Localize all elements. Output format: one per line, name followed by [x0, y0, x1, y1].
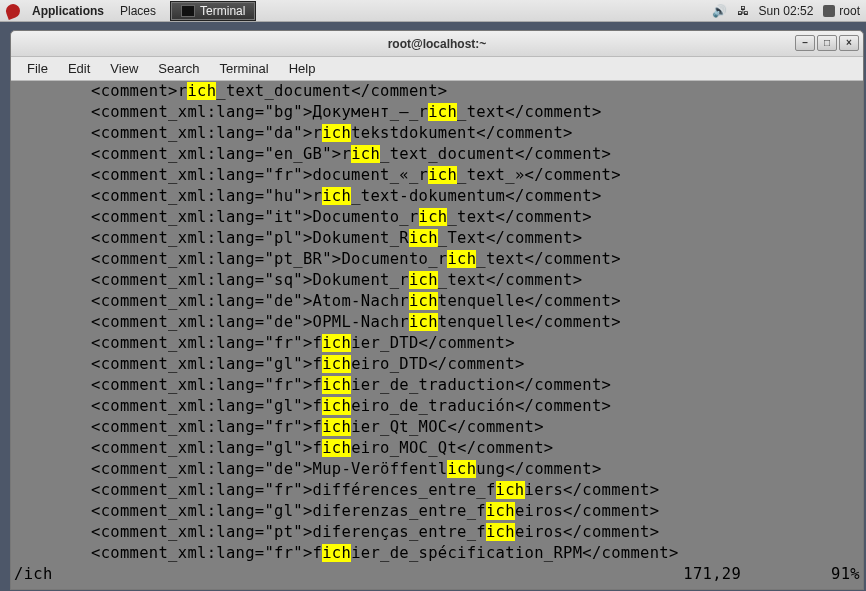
terminal-line: <comment_xml:lang="gl">ficheiro_de_tradu… — [14, 396, 860, 417]
search-highlight: ich — [409, 271, 438, 289]
menu-terminal[interactable]: Terminal — [210, 61, 279, 76]
window-maximize-button[interactable]: □ — [817, 35, 837, 51]
search-highlight: ich — [496, 481, 525, 499]
menu-edit[interactable]: Edit — [58, 61, 100, 76]
terminal-icon — [181, 5, 195, 17]
terminal-line: <comment_xml:lang="gl">diferenzas_entre_… — [14, 501, 860, 522]
terminal-line: <comment_xml:lang="de">OPML-Nachrichtenq… — [14, 312, 860, 333]
menubar: File Edit View Search Terminal Help — [11, 57, 863, 81]
taskbar-terminal-label: Terminal — [200, 4, 245, 18]
applications-menu[interactable]: Applications — [24, 4, 112, 18]
system-tray: Sun 02:52 root — [712, 4, 860, 18]
search-highlight: ich — [322, 544, 351, 562]
search-highlight: ich — [322, 124, 351, 142]
search-highlight: ich — [322, 187, 351, 205]
terminal-line: <comment_xml:lang="hu">rich_text-dokumen… — [14, 186, 860, 207]
terminal-line: <comment_xml:lang="it">Documento_rich_te… — [14, 207, 860, 228]
terminal-line: <comment_xml:lang="fr">fichier_de_traduc… — [14, 375, 860, 396]
terminal-line: <comment_xml:lang="bg">Документ_—_rich_t… — [14, 102, 860, 123]
search-highlight: ich — [409, 229, 438, 247]
terminal-line: <comment_xml:lang="fr">différences_entre… — [14, 480, 860, 501]
scroll-percent: 91% — [831, 564, 860, 585]
vim-status-line: /ich171,2991% — [14, 564, 860, 585]
network-icon[interactable] — [737, 4, 749, 18]
search-highlight: ich — [428, 166, 457, 184]
window-titlebar[interactable]: root@localhost:~ – □ × — [11, 31, 863, 57]
taskbar-terminal[interactable]: Terminal — [170, 1, 256, 21]
terminal-line: <comment_xml:lang="de">Mup-Veröffentlich… — [14, 459, 860, 480]
volume-icon[interactable] — [712, 4, 727, 18]
search-highlight: ich — [322, 439, 351, 457]
terminal-line: <comment_xml:lang="fr">fichier_Qt_MOC</c… — [14, 417, 860, 438]
menu-help[interactable]: Help — [279, 61, 326, 76]
search-highlight: ich — [419, 208, 448, 226]
menu-search[interactable]: Search — [148, 61, 209, 76]
clock[interactable]: Sun 02:52 — [759, 4, 814, 18]
search-highlight: ich — [322, 376, 351, 394]
search-highlight: ich — [322, 418, 351, 436]
menu-view[interactable]: View — [100, 61, 148, 76]
terminal-viewport[interactable]: <comment>rich_text_document</comment> <c… — [11, 81, 863, 589]
search-highlight: ich — [428, 103, 457, 121]
user-menu[interactable]: root — [823, 4, 860, 18]
user-label: root — [839, 4, 860, 18]
search-highlight: ich — [322, 355, 351, 373]
terminal-window: root@localhost:~ – □ × File Edit View Se… — [10, 30, 864, 590]
terminal-line: <comment_xml:lang="de">Atom-Nachrichtenq… — [14, 291, 860, 312]
search-highlight: ich — [187, 82, 216, 100]
terminal-line: <comment_xml:lang="pt_BR">Documento_rich… — [14, 249, 860, 270]
search-highlight: ich — [409, 313, 438, 331]
window-minimize-button[interactable]: – — [795, 35, 815, 51]
terminal-line: <comment_xml:lang="pt">diferenças_entre_… — [14, 522, 860, 543]
places-menu[interactable]: Places — [112, 4, 164, 18]
search-highlight: ich — [322, 397, 351, 415]
search-highlight: ich — [351, 145, 380, 163]
search-highlight: ich — [486, 523, 515, 541]
terminal-line: <comment_xml:lang="fr">document_«_rich_t… — [14, 165, 860, 186]
menu-file[interactable]: File — [17, 61, 58, 76]
user-icon — [823, 5, 835, 17]
terminal-line: <comment_xml:lang="pl">Dokument_Rich_Tex… — [14, 228, 860, 249]
desktop-top-panel: Applications Places Terminal Sun 02:52 r… — [0, 0, 866, 22]
search-highlight: ich — [447, 460, 476, 478]
search-highlight: ich — [409, 292, 438, 310]
terminal-line: <comment_xml:lang="gl">ficheiro_DTD</com… — [14, 354, 860, 375]
terminal-line: <comment_xml:lang="gl">ficheiro_MOC_Qt</… — [14, 438, 860, 459]
window-close-button[interactable]: × — [839, 35, 859, 51]
terminal-line: <comment>rich_text_document</comment> — [14, 81, 860, 102]
terminal-line: <comment_xml:lang="fr">fichier_de_spécif… — [14, 543, 860, 564]
distro-logo-icon — [4, 2, 22, 20]
terminal-line: <comment_xml:lang="sq">Dokument_rich_tex… — [14, 270, 860, 291]
terminal-line: <comment_xml:lang="fr">fichier_DTD</comm… — [14, 333, 860, 354]
terminal-line: <comment_xml:lang="en_GB">rich_text_docu… — [14, 144, 860, 165]
window-title: root@localhost:~ — [388, 37, 487, 51]
search-highlight: ich — [486, 502, 515, 520]
terminal-line: <comment_xml:lang="da">richtekstdokument… — [14, 123, 860, 144]
cursor-position: 171,29 — [683, 564, 741, 585]
search-pattern: /ich — [14, 564, 53, 585]
search-highlight: ich — [322, 334, 351, 352]
search-highlight: ich — [447, 250, 476, 268]
